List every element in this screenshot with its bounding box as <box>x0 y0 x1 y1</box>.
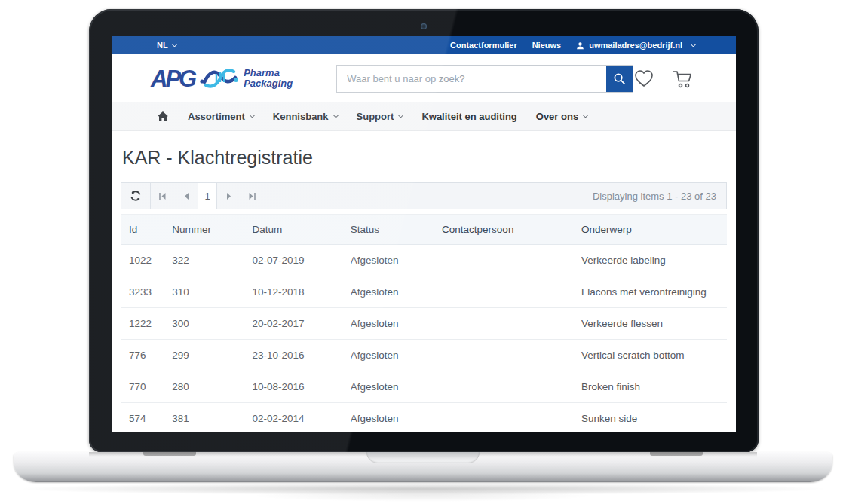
nav-item-label: Over ons <box>536 111 578 122</box>
laptop-base <box>14 452 832 482</box>
complaints-table: IdNummerDatumStatusContactpersoonOnderwe… <box>121 214 727 432</box>
first-page-button[interactable] <box>151 183 174 209</box>
contact-form-link[interactable]: Contactformulier <box>450 41 517 50</box>
chevron-down-icon <box>250 113 255 118</box>
column-header-nummer[interactable]: Nummer <box>172 215 252 245</box>
hinge-left <box>143 452 196 456</box>
cell-nummer: 300 <box>172 308 252 340</box>
nav-item-label: Kwaliteit en auditing <box>421 111 516 122</box>
table-body: 102232202-07-2019AfgeslotenVerkeerde lab… <box>121 245 727 432</box>
cell-id: 574 <box>121 403 172 432</box>
cell-nummer: 381 <box>172 403 252 432</box>
cell-contactpersoon <box>442 308 581 340</box>
column-header-id[interactable]: Id <box>121 215 172 245</box>
cell-nummer: 310 <box>172 276 252 308</box>
table-row[interactable]: 122230020-02-2017AfgeslotenVerkeerde fle… <box>121 308 727 340</box>
heart-icon <box>633 69 654 88</box>
page-content: KAR - Klachtregistratie <box>112 147 736 432</box>
cell-contactpersoon <box>442 245 581 276</box>
cell-id: 1222 <box>121 308 172 340</box>
top-utility-bar: NL Contactformulier Nieuws uwmailadres@b… <box>112 36 736 54</box>
table-row[interactable]: 77028010-08-2016AfgeslotenBroken finish <box>121 371 727 403</box>
chevron-down-icon <box>691 41 696 47</box>
column-header-status[interactable]: Status <box>351 215 442 245</box>
home-nav-button[interactable] <box>157 111 169 122</box>
refresh-icon <box>130 190 142 202</box>
column-header-datum[interactable]: Datum <box>252 215 350 245</box>
cell-id: 776 <box>121 340 172 371</box>
pager: 1 <box>151 183 264 209</box>
account-email-label: uwmailadres@bedrijf.nl <box>589 41 682 50</box>
cell-onderwerp: Sunken side <box>581 403 727 432</box>
nav-item-kennisbank[interactable]: Kennisbank <box>273 111 338 122</box>
table-row[interactable]: 323331010-12-2018AfgeslotenFlacons met v… <box>121 276 727 308</box>
cell-datum: 23-10-2016 <box>252 340 350 371</box>
chevron-down-icon <box>583 113 588 118</box>
displaying-items-status: Displaying items 1 - 23 of 23 <box>593 191 726 202</box>
last-page-button[interactable] <box>241 183 264 209</box>
column-header-onderwerp[interactable]: Onderwerp <box>581 215 727 245</box>
cell-datum: 02-02-2014 <box>252 403 350 432</box>
refresh-button[interactable] <box>121 183 151 209</box>
laptop-reflection <box>249 490 596 502</box>
laptop-mockup: NL Contactformulier Nieuws uwmailadres@b… <box>0 0 846 504</box>
account-menu[interactable]: uwmailadres@bedrijf.nl <box>576 41 695 50</box>
table-header: IdNummerDatumStatusContactpersoonOnderwe… <box>121 215 727 245</box>
nav-item-kwaliteit-en-auditing[interactable]: Kwaliteit en auditing <box>421 111 516 122</box>
current-page-indicator[interactable]: 1 <box>198 183 217 209</box>
nav-item-support[interactable]: Support <box>357 111 403 122</box>
cell-nummer: 299 <box>172 340 252 371</box>
column-header-contactpersoon[interactable]: Contactpersoon <box>442 215 581 245</box>
cell-onderwerp: Vertical scratch bottom <box>581 340 727 371</box>
first-page-icon <box>158 192 167 200</box>
logo-acronym: APG <box>151 67 195 90</box>
cell-contactpersoon <box>442 276 581 308</box>
logo-tagline: Pharma Packaging <box>244 68 293 90</box>
cell-datum: 20-02-2017 <box>252 308 350 340</box>
cell-onderwerp: Verkeerde flessen <box>581 308 727 340</box>
search-bar <box>336 65 633 93</box>
cell-status: Afgesloten <box>351 371 442 403</box>
table-row[interactable]: 77629923-10-2016AfgeslotenVertical scrat… <box>121 340 727 371</box>
search-input[interactable] <box>337 66 606 92</box>
grid-toolbar: 1 Displaying items 1 - 23 of 23 <box>121 182 727 209</box>
nav-item-label: Kennisbank <box>273 111 329 122</box>
cell-datum: 02-07-2019 <box>252 245 350 276</box>
laptop-screen-bezel: NL Contactformulier Nieuws uwmailadres@b… <box>89 9 759 452</box>
cell-status: Afgesloten <box>351 403 442 432</box>
browser-viewport: NL Contactformulier Nieuws uwmailadres@b… <box>112 36 736 432</box>
cell-status: Afgesloten <box>351 276 442 308</box>
table-row[interactable]: 102232202-07-2019AfgeslotenVerkeerde lab… <box>121 245 727 276</box>
table-header-row: IdNummerDatumStatusContactpersoonOnderwe… <box>121 215 727 245</box>
cart-icon <box>672 69 694 89</box>
main-nav-items: AssortimentKennisbankSupportKwaliteit en… <box>188 111 587 122</box>
cart-button[interactable] <box>672 69 694 89</box>
cell-contactpersoon <box>442 340 581 371</box>
nav-item-over-ons[interactable]: Over ons <box>536 111 587 122</box>
cell-onderwerp: Broken finish <box>581 371 727 403</box>
prev-page-icon <box>183 192 189 200</box>
cell-onderwerp: Verkeerde labeling <box>581 245 727 276</box>
nav-item-label: Assortiment <box>188 111 245 122</box>
table-row[interactable]: 57438102-02-2014AfgeslotenSunken side <box>121 403 727 432</box>
laptop-lid-notch <box>366 452 480 463</box>
cell-nummer: 280 <box>172 371 252 403</box>
company-logo[interactable]: APG Pharma Packaging <box>151 65 293 92</box>
language-label: NL <box>157 41 168 50</box>
language-selector[interactable]: NL <box>157 41 176 50</box>
hinge-right <box>650 452 703 456</box>
page-title: KAR - Klachtregistratie <box>122 147 727 169</box>
cell-status: Afgesloten <box>351 340 442 371</box>
cell-datum: 10-12-2018 <box>252 276 350 308</box>
search-button[interactable] <box>606 66 633 92</box>
prev-page-button[interactable] <box>174 183 198 209</box>
next-page-button[interactable] <box>217 183 241 209</box>
news-link[interactable]: Nieuws <box>532 41 562 50</box>
wishlist-button[interactable] <box>633 69 654 88</box>
cell-datum: 10-08-2016 <box>252 371 350 403</box>
chevron-down-icon <box>333 113 339 118</box>
user-icon <box>576 41 584 50</box>
next-page-icon <box>226 192 232 200</box>
nav-item-assortiment[interactable]: Assortiment <box>188 111 254 122</box>
home-icon <box>157 111 169 122</box>
